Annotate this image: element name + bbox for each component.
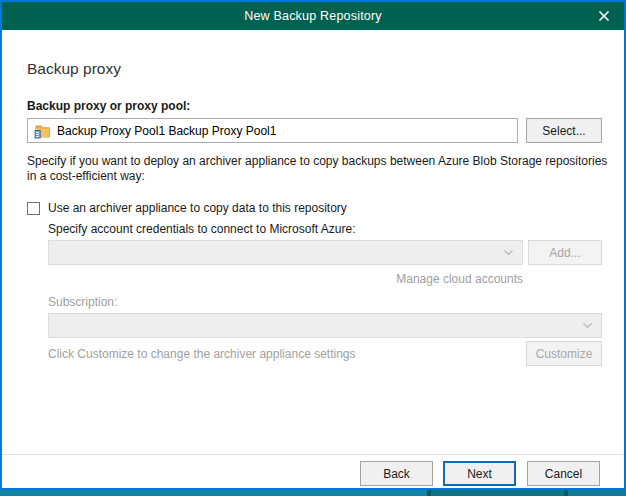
credentials-label: Specify account credentials to connect t… bbox=[48, 222, 356, 236]
proxy-pool-value: Backup Proxy Pool1 Backup Proxy Pool1 bbox=[57, 124, 276, 138]
proxy-pool-label: Backup proxy or proxy pool: bbox=[27, 99, 190, 113]
window-title: New Backup Repository bbox=[244, 9, 382, 23]
archiver-description: Specify if you want to deploy an archive… bbox=[27, 154, 615, 184]
credentials-dropdown bbox=[48, 240, 523, 265]
chevron-down-icon bbox=[503, 249, 514, 256]
proxy-pool-input[interactable]: Backup Proxy Pool1 Backup Proxy Pool1 bbox=[27, 118, 518, 143]
subscription-dropdown bbox=[48, 313, 602, 338]
cancel-button[interactable]: Cancel bbox=[527, 461, 600, 486]
title-bar[interactable]: New Backup Repository bbox=[2, 2, 624, 30]
dialog-body: Backup proxy Backup proxy or proxy pool:… bbox=[2, 30, 624, 488]
archiver-checkbox-label: Use an archiver appliance to copy data t… bbox=[48, 201, 347, 215]
close-button[interactable] bbox=[584, 2, 624, 30]
close-icon bbox=[598, 10, 610, 22]
background-window-edge bbox=[0, 490, 626, 496]
back-button[interactable]: Back bbox=[360, 461, 433, 486]
subscription-label: Subscription: bbox=[48, 295, 117, 309]
screen: New Backup Repository Backup proxy Backu… bbox=[0, 0, 626, 496]
new-backup-repository-dialog: New Backup Repository Backup proxy Backu… bbox=[0, 0, 626, 490]
customize-hint: Click Customize to change the archiver a… bbox=[48, 347, 356, 361]
archiver-checkbox-row: Use an archiver appliance to copy data t… bbox=[27, 201, 347, 215]
customize-button: Customize bbox=[526, 341, 602, 366]
archiver-checkbox[interactable] bbox=[27, 202, 40, 215]
manage-cloud-accounts-link: Manage cloud accounts bbox=[48, 272, 523, 286]
select-button[interactable]: Select... bbox=[526, 118, 602, 143]
chevron-down-icon bbox=[582, 322, 593, 329]
footer-divider bbox=[2, 454, 624, 455]
page-title: Backup proxy bbox=[27, 60, 121, 78]
next-button[interactable]: Next bbox=[443, 461, 516, 486]
proxy-pool-icon bbox=[34, 122, 51, 139]
add-button: Add... bbox=[528, 240, 602, 265]
